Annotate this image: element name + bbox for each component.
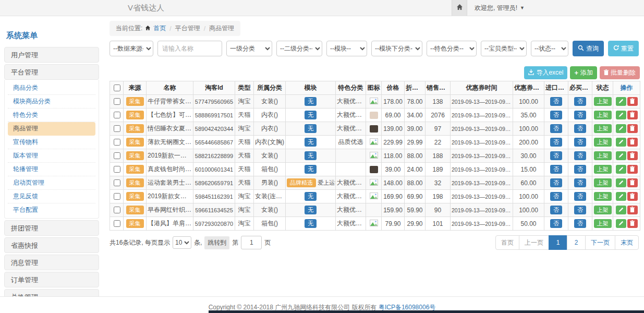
sidebar-subitem[interactable]: 启动页管理 — [8, 176, 95, 190]
row-checkbox[interactable] — [114, 139, 120, 146]
row-checkbox[interactable] — [114, 179, 120, 186]
filter-module-select[interactable]: --模块-- — [326, 41, 367, 56]
status-badge[interactable]: 上架 — [594, 219, 612, 228]
status-badge[interactable]: 上架 — [594, 165, 612, 174]
sidebar-group-item[interactable]: 订单管理 — [4, 272, 99, 287]
status-badge[interactable]: 上架 — [594, 111, 612, 119]
must-buy-toggle[interactable]: 否 — [574, 206, 586, 214]
edit-button[interactable] — [616, 192, 626, 201]
status-badge[interactable]: 上架 — [594, 178, 612, 187]
edit-button[interactable] — [616, 219, 626, 228]
edit-button[interactable] — [616, 151, 626, 160]
per-page-select[interactable]: 10 — [173, 236, 191, 249]
import-select-toggle[interactable]: 否 — [550, 192, 562, 201]
page-button[interactable]: 首页 — [495, 235, 519, 250]
delete-button[interactable] — [627, 206, 638, 214]
sidebar-subitem[interactable]: 模块商品分类 — [8, 95, 95, 109]
filter-level2-category-select[interactable]: --二级分类-- — [276, 41, 322, 56]
reset-button[interactable]: 重置 — [608, 41, 639, 56]
edit-button[interactable] — [616, 165, 626, 174]
delete-button[interactable] — [627, 178, 638, 187]
import-select-toggle[interactable]: 否 — [550, 138, 562, 147]
page-button[interactable]: 1 — [549, 235, 567, 250]
row-checkbox[interactable] — [114, 207, 120, 213]
must-buy-toggle[interactable]: 否 — [574, 111, 586, 119]
import-excel-button[interactable]: 导入excel — [524, 66, 567, 79]
sidebar-subitem[interactable]: 商品管理 — [8, 122, 95, 136]
status-badge[interactable]: 上架 — [594, 206, 612, 214]
row-checkbox[interactable] — [114, 112, 120, 118]
must-buy-toggle[interactable]: 否 — [574, 178, 586, 187]
sidebar-subitem[interactable]: 商品分类 — [8, 81, 95, 95]
welcome-menu[interactable]: 欢迎您, 管理员! ▼ — [475, 4, 525, 13]
filter-item-type-select[interactable]: --宝贝类型-- — [481, 41, 527, 56]
edit-button[interactable] — [616, 138, 626, 147]
filter-data-source-select[interactable]: --数据来源-- — [110, 41, 153, 56]
import-select-toggle[interactable]: 否 — [550, 165, 562, 174]
delete-button[interactable] — [627, 124, 638, 133]
sidebar-group-item[interactable]: 省惠快报 — [4, 237, 99, 253]
sidebar-group-item[interactable]: 用户管理 — [4, 47, 99, 63]
import-select-toggle[interactable]: 否 — [550, 151, 562, 160]
import-select-toggle[interactable]: 否 — [550, 97, 562, 106]
must-buy-toggle[interactable]: 否 — [574, 219, 586, 228]
filter-level1-category-select[interactable]: 一级分类 — [226, 41, 272, 56]
edit-button[interactable] — [616, 124, 626, 133]
must-buy-toggle[interactable]: 否 — [574, 151, 586, 160]
edit-button[interactable] — [616, 97, 626, 106]
sidebar-subitem[interactable]: 宣传物料 — [8, 136, 95, 149]
sidebar-group-item[interactable]: 平台管理 — [4, 64, 99, 80]
row-checkbox[interactable] — [114, 98, 120, 105]
page-button[interactable]: 末页 — [615, 235, 639, 250]
page-button[interactable]: 上一页 — [519, 235, 549, 250]
edit-button[interactable] — [616, 206, 626, 214]
import-select-toggle[interactable]: 否 — [550, 206, 562, 214]
delete-button[interactable] — [627, 111, 638, 119]
import-select-toggle[interactable]: 否 — [550, 178, 562, 187]
must-buy-toggle[interactable]: 否 — [574, 165, 586, 174]
status-badge[interactable]: 上架 — [594, 124, 612, 133]
edit-button[interactable] — [616, 111, 626, 119]
row-checkbox[interactable] — [114, 193, 120, 200]
home-button[interactable] — [452, 0, 467, 16]
status-badge[interactable]: 上架 — [594, 151, 612, 160]
search-button[interactable]: 查询 — [573, 41, 604, 56]
row-checkbox[interactable] — [114, 220, 120, 227]
delete-button[interactable] — [627, 151, 638, 160]
filter-feature-category-select[interactable]: --特色分类-- — [427, 41, 477, 56]
row-checkbox[interactable] — [114, 125, 120, 132]
icp-link[interactable]: 粤ICP备16098006号 — [379, 304, 435, 311]
edit-button[interactable] — [616, 178, 626, 187]
import-select-toggle[interactable]: 否 — [550, 219, 562, 228]
import-select-toggle[interactable]: 否 — [550, 124, 562, 133]
import-select-toggle[interactable]: 否 — [550, 111, 562, 119]
filter-name-input[interactable] — [157, 41, 222, 56]
row-checkbox[interactable] — [114, 152, 120, 159]
breadcrumb-item[interactable]: 平台管理 — [175, 24, 200, 33]
filter-status-select[interactable]: --状态-- — [531, 41, 568, 56]
must-buy-toggle[interactable]: 否 — [574, 138, 586, 147]
filter-module-subcategory-select[interactable]: --模块下分类-- — [371, 41, 422, 56]
sidebar-subitem[interactable]: 意见反馈 — [8, 190, 95, 203]
must-buy-toggle[interactable]: 否 — [574, 124, 586, 133]
delete-button[interactable] — [627, 192, 638, 201]
sidebar-group-item[interactable]: 消息管理 — [4, 255, 99, 270]
sidebar-subitem[interactable]: 特色分类 — [8, 109, 95, 122]
batch-delete-button[interactable]: 批量删除 — [600, 66, 640, 79]
row-checkbox[interactable] — [114, 166, 120, 173]
delete-button[interactable] — [627, 165, 638, 174]
status-badge[interactable]: 上架 — [594, 97, 612, 106]
jump-button[interactable]: 跳转到 — [204, 236, 229, 249]
status-badge[interactable]: 上架 — [594, 138, 612, 147]
sidebar-group-item[interactable]: 兑换管理 — [4, 289, 99, 296]
delete-button[interactable] — [627, 97, 638, 106]
sidebar-subitem[interactable]: 版本管理 — [8, 149, 95, 163]
delete-button[interactable] — [627, 219, 638, 228]
page-button[interactable]: 2 — [567, 235, 586, 250]
delete-button[interactable] — [627, 138, 638, 147]
must-buy-toggle[interactable]: 否 — [574, 192, 586, 201]
sidebar-subitem[interactable]: 平台配置 — [8, 203, 95, 216]
select-all-checkbox[interactable] — [114, 85, 120, 91]
status-badge[interactable]: 上架 — [594, 192, 612, 201]
add-button[interactable]: + 添加 — [570, 66, 597, 79]
